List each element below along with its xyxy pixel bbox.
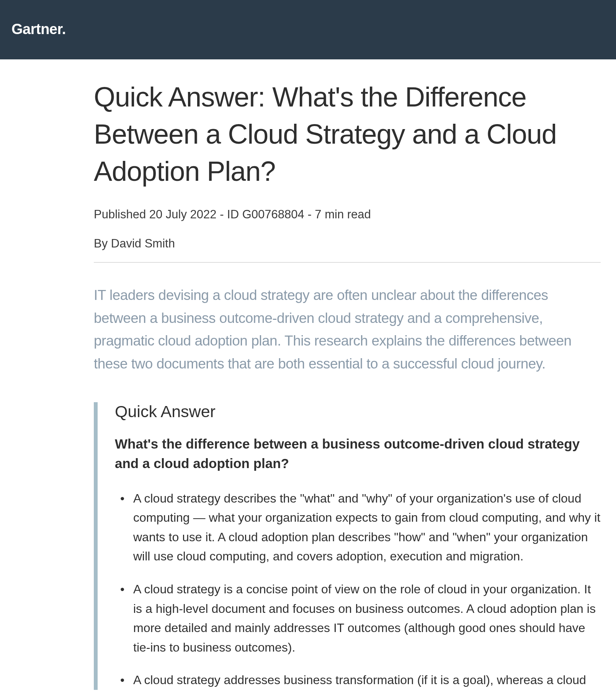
article-byline: By David Smith bbox=[94, 237, 601, 251]
quick-answer-list: A cloud strategy describes the "what" an… bbox=[115, 489, 601, 690]
list-item: A cloud strategy is a concise point of v… bbox=[126, 580, 601, 657]
quick-answer-block: Quick Answer What's the difference betwe… bbox=[94, 402, 601, 689]
list-item: A cloud strategy describes the "what" an… bbox=[126, 489, 601, 566]
list-item: A cloud strategy addresses business tran… bbox=[126, 670, 601, 690]
article-summary: IT leaders devising a cloud strategy are… bbox=[94, 284, 601, 376]
article-title: Quick Answer: What's the Difference Betw… bbox=[94, 79, 601, 190]
gartner-logo: Gartner. bbox=[11, 21, 605, 38]
article-content: Quick Answer: What's the Difference Betw… bbox=[0, 59, 616, 690]
section-divider bbox=[94, 262, 601, 263]
quick-answer-subheading: What's the difference between a business… bbox=[115, 434, 601, 473]
article-meta: Published 20 July 2022 - ID G00768804 - … bbox=[94, 208, 601, 221]
page-header: Gartner. bbox=[0, 0, 616, 59]
quick-answer-heading: Quick Answer bbox=[115, 402, 601, 421]
